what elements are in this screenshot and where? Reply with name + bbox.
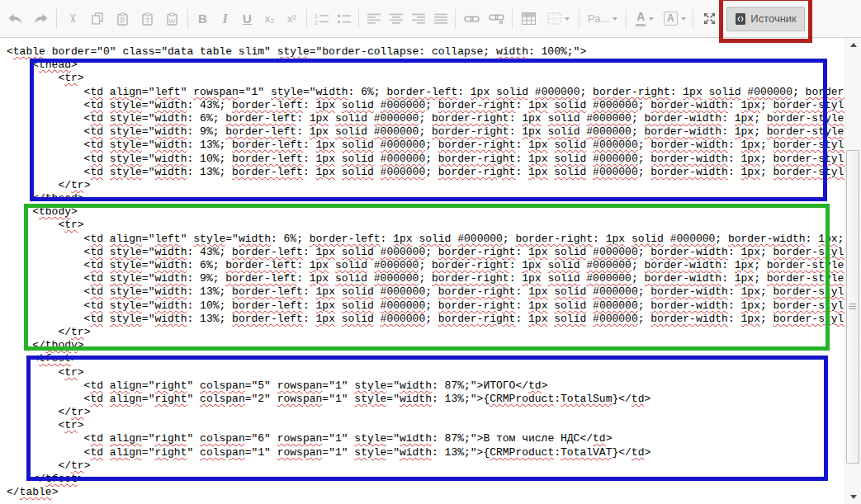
align-left-button[interactable]: [362, 7, 385, 31]
text-color-button[interactable]: A: [630, 7, 660, 31]
superscript-label: x²: [287, 13, 296, 24]
paste-from-word-button[interactable]: W: [159, 7, 184, 31]
superscript-button[interactable]: x²: [281, 7, 303, 31]
bold-button[interactable]: B: [192, 7, 214, 31]
code-line: <td style="width: 13%; border-left: 1px …: [7, 313, 850, 326]
underline-label: U: [243, 12, 252, 25]
scrollbar-thumb[interactable]: [846, 150, 859, 464]
align-center-button[interactable]: [385, 7, 407, 31]
code-line: <tbody>: [7, 205, 850, 219]
code-line: <thead>: [7, 59, 850, 72]
toolbar-group-lists-align: 1 2: [310, 7, 452, 31]
unlink-button[interactable]: [484, 7, 509, 31]
svg-text:T: T: [145, 16, 150, 25]
code-line: <td style="width: 43%; border-left: 1px …: [7, 246, 850, 259]
scrollbar-up-button[interactable]: [845, 38, 861, 52]
code-line: </tfoot>: [7, 473, 850, 486]
background-color-button[interactable]: A: [660, 7, 689, 31]
copy-icon: [92, 12, 103, 25]
paste-icon: [117, 12, 128, 26]
code-line: <td align="right" colspan="6" rowspan="1…: [7, 432, 850, 445]
bulleted-list-button[interactable]: [333, 7, 355, 31]
bulleted-list-icon: [337, 13, 351, 25]
toolbar-group-basicstyles: B I U x₂ x²: [192, 7, 303, 31]
subscript-label: x₂: [265, 13, 275, 24]
text-color-icon: A: [636, 11, 646, 26]
code-line: <tr>: [7, 366, 850, 379]
svg-text:W: W: [168, 17, 175, 25]
vertical-scrollbar[interactable]: [844, 38, 861, 504]
code-line: <td align="left" style="width: 6%; borde…: [7, 233, 850, 246]
toolbar-group-table: [516, 7, 575, 31]
toolbar-separator: [187, 9, 188, 29]
italic-button[interactable]: I: [214, 7, 236, 31]
code-line: </tr>: [7, 179, 850, 192]
code-line: <td style="width: 10%; border-left: 1px …: [7, 299, 850, 313]
code-line: <td style="width: 9%; border-left: 1px s…: [7, 125, 850, 139]
code-line: </thead>: [7, 192, 850, 205]
scrollbar-down-button[interactable]: [845, 490, 861, 504]
code-line: <tr>: [7, 419, 850, 432]
subscript-button[interactable]: x₂: [258, 7, 281, 31]
code-line: </tbody>: [7, 339, 850, 352]
placeholder-box-icon: [547, 12, 561, 25]
code-line: <tr>: [7, 72, 850, 85]
toolbar-separator: [358, 9, 359, 29]
table-icon: [522, 12, 536, 25]
source-button-label: Источник: [750, 12, 797, 25]
copy-button[interactable]: [85, 7, 110, 31]
toolbar-separator: [306, 9, 307, 29]
code-line: </tr>: [7, 326, 850, 339]
source-button[interactable]: Источник: [726, 7, 805, 31]
underline-button[interactable]: U: [236, 7, 258, 31]
arrow-up-icon: [850, 43, 857, 47]
placeholder-box-dropdown-button[interactable]: [541, 7, 575, 31]
link-icon: [464, 15, 480, 23]
source-icon: [735, 12, 746, 26]
maximize-button[interactable]: [697, 7, 721, 31]
background-color-icon: A: [664, 12, 678, 26]
italic-label: I: [222, 12, 227, 26]
cut-button[interactable]: ✂: [60, 7, 85, 31]
paste-word-icon: W: [167, 12, 177, 26]
cut-icon: ✂: [65, 13, 80, 24]
code-line: <td style="width: 6%; border-left: 1px s…: [7, 112, 850, 125]
redo-button[interactable]: [28, 7, 53, 31]
code-line: <td align="right" colspan="5" rowspan="1…: [7, 379, 850, 393]
code-line: <td style="width: 13%; border-left: 1px …: [7, 139, 850, 152]
code-line: <td style="width: 6%; border-left: 1px s…: [7, 259, 850, 272]
paste-plain-text-button[interactable]: T: [135, 7, 159, 31]
chevron-down-icon: [681, 17, 686, 21]
toolbar-group-links: [459, 7, 509, 31]
numbered-list-button[interactable]: 1 2: [310, 7, 333, 31]
source-button-wrapper: Источник: [726, 7, 805, 31]
redo-icon: [33, 14, 48, 24]
arrow-down-icon: [850, 495, 857, 499]
code-line: <tfoot>: [7, 352, 850, 365]
scrollbar-grip-icon: [849, 304, 856, 310]
source-code[interactable]: <table border="0" class="data table slim…: [0, 38, 850, 504]
svg-text:2: 2: [315, 19, 318, 25]
code-line: <td style="width: 9%; border-left: 1px s…: [7, 272, 850, 285]
paste-text-icon: T: [142, 12, 153, 26]
chevron-down-icon: [613, 17, 617, 21]
paste-button[interactable]: [110, 7, 135, 31]
code-line: <td style="width: 10%; border-left: 1px …: [7, 153, 850, 166]
toolbar-separator: [56, 9, 57, 29]
code-line: <td align="left" rowspan="1" style="widt…: [7, 86, 850, 99]
align-right-button[interactable]: [407, 7, 429, 31]
code-line: <td style="width: 13%; border-left: 1px …: [7, 285, 850, 299]
insert-table-button[interactable]: [516, 7, 541, 31]
chevron-down-icon: [565, 17, 570, 21]
format-combo[interactable]: Ра...: [583, 8, 622, 30]
toolbar-group-undo-redo: [3, 7, 53, 31]
toolbar-separator: [455, 9, 456, 29]
link-button[interactable]: [459, 7, 484, 31]
code-line: <td align="right" colspan="2" rowspan="1…: [7, 393, 850, 406]
align-center-icon: [390, 13, 403, 24]
code-line: <td style="width: 43%; border-left: 1px …: [7, 99, 850, 112]
undo-button[interactable]: [3, 7, 28, 31]
align-right-icon: [412, 13, 425, 24]
align-justify-button[interactable]: [429, 7, 452, 31]
code-line: </table>: [7, 486, 850, 499]
